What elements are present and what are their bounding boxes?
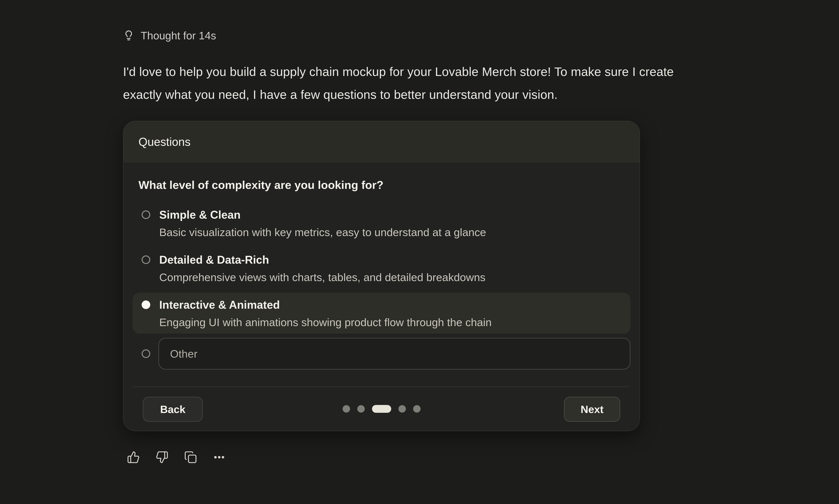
assistant-message: Thought for 14s I'd love to help you bui… (123, 0, 746, 464)
pagination-dot-active[interactable] (372, 405, 391, 413)
options-list: Simple & Clean Basic visualization with … (133, 203, 630, 370)
option-simple-clean[interactable]: Simple & Clean Basic visualization with … (133, 203, 630, 244)
option-description: Basic visualization with key metrics, ea… (159, 226, 486, 239)
next-button[interactable]: Next (564, 397, 620, 422)
thought-duration-toggle[interactable]: Thought for 14s (123, 28, 216, 43)
back-button[interactable]: Back (143, 397, 203, 422)
radio-unselected-icon[interactable] (142, 211, 150, 219)
radio-selected-icon[interactable] (142, 301, 150, 309)
message-text: I'd love to help you build a supply chai… (123, 60, 746, 106)
thumbs-down-button[interactable] (156, 451, 169, 464)
questions-card-body: What level of complexity are you looking… (123, 163, 640, 431)
copy-button[interactable] (184, 451, 197, 464)
thumbs-up-icon (127, 451, 140, 464)
thought-duration-label: Thought for 14s (141, 28, 216, 43)
lightbulb-icon (123, 30, 134, 41)
other-option-input[interactable] (158, 338, 630, 370)
pagination-dot[interactable] (343, 405, 350, 413)
question-text: What level of complexity are you looking… (139, 178, 630, 192)
questions-card-title: Questions (139, 135, 191, 148)
questions-card-footer: Back Next (133, 386, 630, 431)
pagination-dots (343, 405, 421, 413)
radio-unselected-icon[interactable] (142, 349, 150, 358)
radio-unselected-icon[interactable] (142, 255, 150, 264)
option-detailed-data-rich[interactable]: Detailed & Data-Rich Comprehensive views… (133, 248, 630, 288)
pagination-dot[interactable] (413, 405, 421, 413)
message-line-1: I'd love to help you build a supply chai… (123, 60, 746, 83)
option-title: Detailed & Data-Rich (159, 253, 485, 266)
copy-icon (184, 451, 197, 464)
option-title: Interactive & Animated (159, 298, 492, 311)
pagination-dot[interactable] (399, 405, 406, 413)
thumbs-down-icon (156, 451, 169, 464)
message-actions (127, 451, 746, 464)
option-description: Engaging UI with animations showing prod… (159, 316, 492, 329)
option-description: Comprehensive views with charts, tables,… (159, 271, 485, 284)
message-line-2: exactly what you need, I have a few ques… (123, 83, 746, 106)
more-options-button[interactable] (213, 451, 226, 464)
option-title: Simple & Clean (159, 208, 486, 221)
questions-card: Questions What level of complexity are y… (123, 121, 640, 431)
questions-card-header: Questions (123, 121, 640, 163)
option-interactive-animated[interactable]: Interactive & Animated Engaging UI with … (133, 293, 630, 334)
pagination-dot[interactable] (357, 405, 365, 413)
thumbs-up-button[interactable] (127, 451, 140, 464)
more-options-icon (213, 451, 226, 464)
option-other[interactable] (133, 338, 630, 370)
